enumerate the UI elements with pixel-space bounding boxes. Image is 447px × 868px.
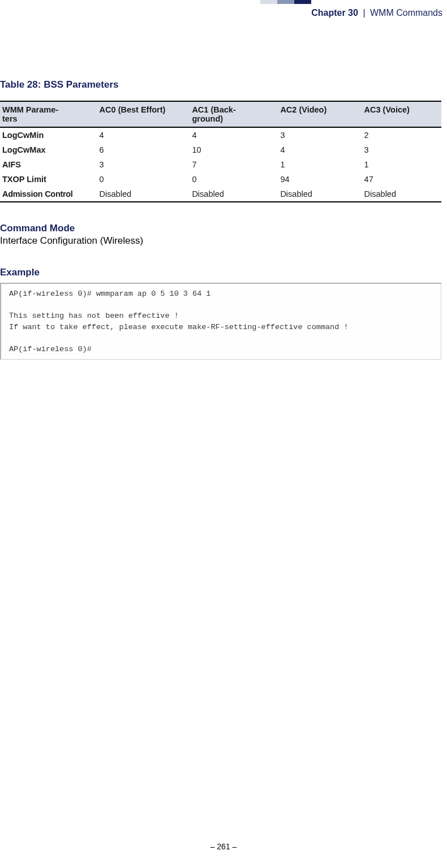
cell: Disabled	[190, 187, 278, 202]
cell: 94	[278, 172, 362, 187]
header-bar-light	[260, 0, 277, 4]
cell: Disabled	[97, 187, 190, 202]
row-label: LogCwMax	[0, 142, 97, 157]
command-mode-body: Interface Configuration (Wireless)	[0, 235, 441, 247]
table-title: Table 28: BSS Parameters	[0, 79, 441, 90]
header-text: Chapter 30 | WMM Commands	[311, 8, 442, 18]
bss-parameters-table: WMM Parame- ters AC0 (Best Effort) AC1 (…	[0, 101, 441, 202]
cell: 2	[362, 127, 441, 142]
page-footer: – 261 –	[0, 842, 447, 851]
cell: 1	[362, 157, 441, 172]
cell: Disabled	[278, 187, 362, 202]
table-row: TXOP Limit 0 0 94 47	[0, 172, 441, 187]
page-number: – 261 –	[210, 842, 237, 851]
cell: 0	[97, 172, 190, 187]
page-content: Table 28: BSS Parameters WMM Parame- ter…	[0, 79, 447, 360]
header-bar-mid	[277, 0, 294, 4]
th-wmm-parameters: WMM Parame- ters	[0, 101, 97, 127]
cell: 0	[190, 172, 278, 187]
cell: 4	[97, 127, 190, 142]
table-row: LogCwMin 4 4 3 2	[0, 127, 441, 142]
th-ac1: AC1 (Back- ground)	[190, 101, 278, 127]
row-label: Admission Control	[0, 187, 97, 202]
cell: 3	[97, 157, 190, 172]
chapter-number: Chapter 30	[311, 8, 358, 18]
cell: 1	[278, 157, 362, 172]
header-separator: |	[363, 8, 365, 18]
cell: 6	[97, 142, 190, 157]
cell: 7	[190, 157, 278, 172]
example-heading: Example	[0, 267, 441, 278]
cell: Disabled	[362, 187, 441, 202]
page-header: Chapter 30 | WMM Commands	[0, 0, 447, 23]
th-ac0: AC0 (Best Effort)	[97, 101, 190, 127]
command-mode-heading: Command Mode	[0, 223, 441, 234]
cell: 3	[278, 127, 362, 142]
cell: 10	[190, 142, 278, 157]
th-ac3: AC3 (Voice)	[362, 101, 441, 127]
row-label: AIFS	[0, 157, 97, 172]
table-row: AIFS 3 7 1 1	[0, 157, 441, 172]
row-label: LogCwMin	[0, 127, 97, 142]
table-row: LogCwMax 6 10 4 3	[0, 142, 441, 157]
cell: 47	[362, 172, 441, 187]
row-label: TXOP Limit	[0, 172, 97, 187]
cell: 4	[278, 142, 362, 157]
table-row: Admission Control Disabled Disabled Disa…	[0, 187, 441, 202]
th-ac2: AC2 (Video)	[278, 101, 362, 127]
cell: 4	[190, 127, 278, 142]
header-decoration	[260, 0, 311, 4]
header-bar-dark	[294, 0, 311, 4]
table-header-row: WMM Parame- ters AC0 (Best Effort) AC1 (…	[0, 101, 441, 127]
example-code-block: AP(if-wireless 0)# wmmparam ap 0 5 10 3 …	[0, 283, 441, 360]
chapter-subtitle: WMM Commands	[370, 8, 442, 18]
cell: 3	[362, 142, 441, 157]
